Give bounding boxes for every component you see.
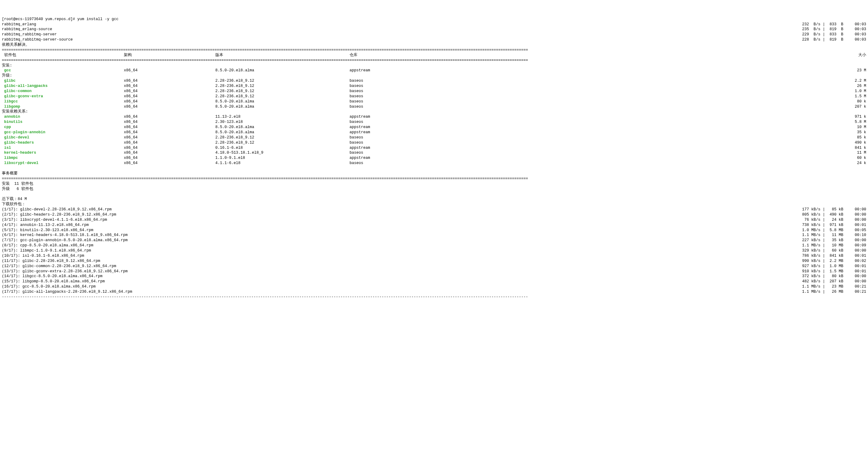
terminal-output: [root@ecs-11973640 yum.repos.d]# yum ins…	[2, 17, 866, 300]
package-row: kernel-headersx86_644.18.0-513.18.1.el8_…	[2, 150, 866, 156]
package-row: cppx86_648.5.0-20.el8.almaappstream10 M	[2, 125, 866, 130]
package-row: glibc-develx86_642.28-236.el8_9.12baseos…	[2, 135, 866, 140]
package-row: libxcrypt-develx86_644.1.1-6.el8baseos24…	[2, 161, 866, 166]
download-row: (7/17): gcc-plugin-annobin-8.5.0-20.el8.…	[2, 238, 866, 243]
download-row: (6/17): kernel-headers-4.18.0-513.18.1.e…	[2, 233, 866, 238]
download-row: (15/17): libgomp-8.5.0-20.el8.alma.x86_6…	[2, 279, 866, 284]
install-deps-section-label: 安装依赖关系:	[2, 109, 866, 114]
download-row: (11/17): glibc-2.28-236.el8_9.12.x86_64.…	[2, 258, 866, 264]
download-row: (13/17): glibc-gconv-extra-2.28-236.el8_…	[2, 269, 866, 274]
command-prompt: [root@ecs-11973640 yum.repos.d]# yum ins…	[2, 17, 866, 22]
total-download: 总下载：84 M	[2, 197, 866, 202]
package-row: binutilsx86_642.30-123.el8baseos5.8 M	[2, 120, 866, 125]
package-row: glibcx86_642.28-236.el8_9.12baseos2.2 M	[2, 78, 866, 84]
package-row: annobinx86_6411.13-2.el8appstream971 k	[2, 114, 866, 120]
download-row: (10/17): isl-0.16.1-6.el8.x86_64.rpm 786…	[2, 253, 866, 258]
divider: ========================================…	[2, 58, 866, 63]
download-row: (5/17): binutils-2.30-123.el8.x86_64.rpm…	[2, 228, 866, 233]
summary-label: 事务概要	[2, 171, 866, 176]
package-row: libgompx86_648.5.0-20.el8.almabaseos207 …	[2, 104, 866, 109]
package-row: libmpcx86_641.1.0-9.1.el8appstream60 k	[2, 156, 866, 161]
divider: ========================================…	[2, 176, 866, 181]
package-row: islx86_640.16.1-6.el8appstream841 k	[2, 146, 866, 151]
download-row: (2/17): glibc-headers-2.28-236.el8_9.12.…	[2, 212, 866, 217]
downloading-label: 下载软件包：	[2, 202, 866, 207]
repo-line: rabbitmq_erlang-source 235 B/s | 819 B 0…	[2, 27, 866, 32]
download-row: (9/17): libmpc-1.1.0-9.1.el8.x86_64.rpm …	[2, 248, 866, 253]
download-row: (17/17): glibc-all-langpacks-2.28-236.el…	[2, 289, 866, 294]
download-row: (12/17): glibc-common-2.28-236.el8_9.12.…	[2, 264, 866, 269]
divider: ========================================…	[2, 48, 866, 53]
deps-resolved: 依赖关系解决。	[2, 42, 866, 48]
package-row: glibc-all-langpacksx86_642.28-236.el8_9.…	[2, 84, 866, 89]
download-row: (1/17): glibc-devel-2.28-236.el8_9.12.x8…	[2, 207, 866, 212]
repo-line: rabbitmq_rabbitmq-server 229 B/s | 833 B…	[2, 32, 866, 37]
package-row: glibc-commonx86_642.28-236.el8_9.12baseo…	[2, 89, 866, 94]
repo-line: rabbitmq_rabbitmq-server-source 228 B/s …	[2, 37, 866, 42]
repo-line: rabbitmq_erlang 232 B/s | 833 B 00:03	[2, 22, 866, 27]
summary-install: 安装 11 软件包	[2, 181, 866, 187]
package-row: glibc-gconv-extrax86_642.28-236.el8_9.12…	[2, 94, 866, 99]
download-row: (14/17): libgcc-8.5.0-20.el8.alma.x86_64…	[2, 274, 866, 279]
package-row: gcc-plugin-annobinx86_648.5.0-20.el8.alm…	[2, 130, 866, 135]
download-row: (3/17): libxcrypt-devel-4.1.1-6.el8.x86_…	[2, 217, 866, 223]
table-header: 软件包架构版本仓库大小	[2, 53, 866, 58]
download-row: (4/17): annobin-11.13-2.el8.x86_64.rpm 7…	[2, 223, 866, 228]
blank-line	[2, 191, 866, 197]
blank-line	[2, 166, 866, 171]
package-row: libgccx86_648.5.0-20.el8.almabaseos80 k	[2, 99, 866, 104]
install-section-label: 安装:	[2, 63, 866, 68]
divider: ----------------------------------------…	[2, 294, 866, 300]
download-row: (8/17): cpp-8.5.0-20.el8.alma.x86_64.rpm…	[2, 243, 866, 248]
summary-upgrade: 升级 6 软件包	[2, 187, 866, 192]
upgrade-section-label: 升级:	[2, 73, 866, 78]
package-row: glibc-headersx86_642.28-236.el8_9.12base…	[2, 140, 866, 146]
download-row: (16/17): gcc-8.5.0-20.el8.alma.x86_64.rp…	[2, 284, 866, 289]
package-row: gccx86_648.5.0-20.el8.almaappstream23 M	[2, 68, 866, 73]
